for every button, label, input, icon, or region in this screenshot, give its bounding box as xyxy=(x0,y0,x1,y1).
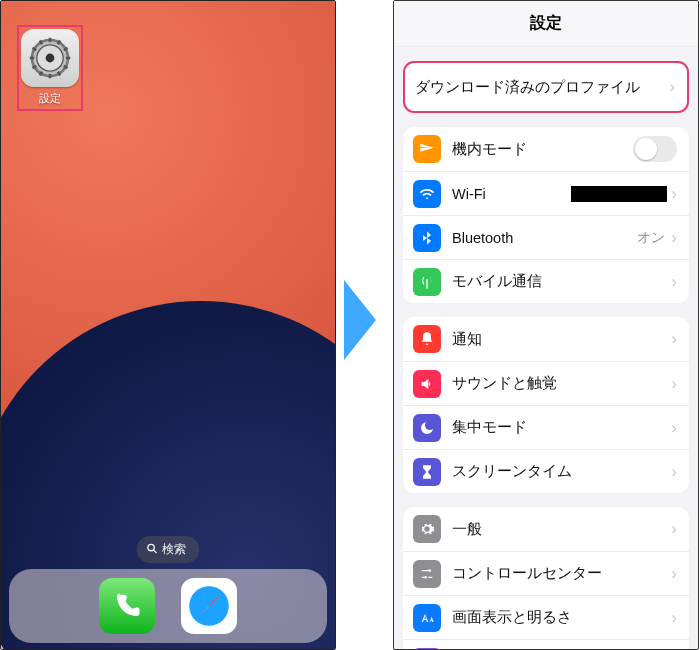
connectivity-section: 機内モード Wi-Fi › Bluetooth オン › モバイル通信 › xyxy=(403,127,689,303)
antenna-icon xyxy=(413,268,441,296)
spotlight-search[interactable]: 検索 xyxy=(137,536,200,563)
control-center-row[interactable]: コントロールセンター › xyxy=(403,551,689,595)
focus-row[interactable]: 集中モード › xyxy=(403,405,689,449)
chevron-right-icon: › xyxy=(671,184,677,204)
sounds-label: サウンドと触覚 xyxy=(452,374,671,393)
chevron-right-icon: › xyxy=(671,272,677,292)
display-label: 画面表示と明るさ xyxy=(452,608,671,627)
general-section: 一般 › コントロールセンター › 画面表示と明るさ › ホーム画面とアプリライ… xyxy=(403,507,689,650)
svg-rect-3 xyxy=(49,38,52,42)
nav-title: 設定 xyxy=(394,1,698,47)
home-screen: 設定 検索 xyxy=(0,0,336,650)
phone-app-icon[interactable] xyxy=(99,578,155,634)
chevron-right-icon: › xyxy=(671,228,677,248)
dock xyxy=(9,569,327,643)
bluetooth-label: Bluetooth xyxy=(452,230,637,246)
chevron-right-icon: › xyxy=(671,519,677,539)
text-size-icon xyxy=(413,604,441,632)
airplane-mode-label: 機内モード xyxy=(452,140,633,159)
chevron-right-icon: › xyxy=(671,608,677,628)
notifications-row[interactable]: 通知 › xyxy=(403,317,689,361)
airplane-mode-row[interactable]: 機内モード xyxy=(403,127,689,171)
airplane-icon xyxy=(413,135,441,163)
bell-icon xyxy=(413,325,441,353)
downloaded-profile-label: ダウンロード済みのプロファイル xyxy=(415,78,669,97)
wifi-icon xyxy=(413,180,441,208)
chevron-right-icon: › xyxy=(671,462,677,482)
display-row[interactable]: 画面表示と明るさ › xyxy=(403,595,689,639)
chevron-right-icon: › xyxy=(671,374,677,394)
chevron-right-icon: › xyxy=(669,77,675,97)
search-icon xyxy=(147,543,158,557)
wifi-label: Wi-Fi xyxy=(452,186,571,202)
screentime-label: スクリーンタイム xyxy=(452,462,671,481)
bluetooth-row[interactable]: Bluetooth オン › xyxy=(403,215,689,259)
downloaded-profile-row[interactable]: ダウンロード済みのプロファイル › xyxy=(405,63,687,111)
arrow-icon xyxy=(342,280,378,360)
alerts-section: 通知 › サウンドと触覚 › 集中モード › スクリーンタイム › xyxy=(403,317,689,493)
bluetooth-value: オン xyxy=(637,229,665,247)
gear-icon xyxy=(413,515,441,543)
downloaded-profile-section: ダウンロード済みのプロファイル › xyxy=(403,61,689,113)
homescreen-row[interactable]: ホーム画面とアプリライブラリ › xyxy=(403,639,689,650)
bluetooth-icon xyxy=(413,224,441,252)
sliders-icon xyxy=(413,560,441,588)
cellular-row[interactable]: モバイル通信 › xyxy=(403,259,689,303)
safari-app-icon[interactable] xyxy=(181,578,237,634)
svg-point-4 xyxy=(46,54,55,63)
moon-icon xyxy=(413,414,441,442)
focus-label: 集中モード xyxy=(452,418,671,437)
wifi-value-redacted xyxy=(571,186,667,202)
cellular-label: モバイル通信 xyxy=(452,272,671,291)
screentime-row[interactable]: スクリーンタイム › xyxy=(403,449,689,493)
hourglass-icon xyxy=(413,458,441,486)
general-row[interactable]: 一般 › xyxy=(403,507,689,551)
gear-icon xyxy=(21,29,79,87)
search-label: 検索 xyxy=(162,541,186,558)
svg-point-5 xyxy=(148,544,154,550)
settings-screen: 設定 ダウンロード済みのプロファイル › 機内モード Wi-Fi › Bluet… xyxy=(393,0,699,650)
chevron-right-icon: › xyxy=(671,329,677,349)
svg-line-6 xyxy=(153,549,156,552)
airplane-toggle[interactable] xyxy=(633,136,677,162)
svg-marker-16 xyxy=(344,280,376,360)
control-center-label: コントロールセンター xyxy=(452,564,671,583)
chevron-right-icon: › xyxy=(671,418,677,438)
sounds-row[interactable]: サウンドと触覚 › xyxy=(403,361,689,405)
wifi-row[interactable]: Wi-Fi › xyxy=(403,171,689,215)
speaker-icon xyxy=(413,370,441,398)
settings-app-label: 設定 xyxy=(39,91,61,106)
settings-app-icon[interactable]: 設定 xyxy=(17,25,83,111)
general-label: 一般 xyxy=(452,520,671,539)
chevron-right-icon: › xyxy=(671,564,677,584)
notifications-label: 通知 xyxy=(452,330,671,349)
